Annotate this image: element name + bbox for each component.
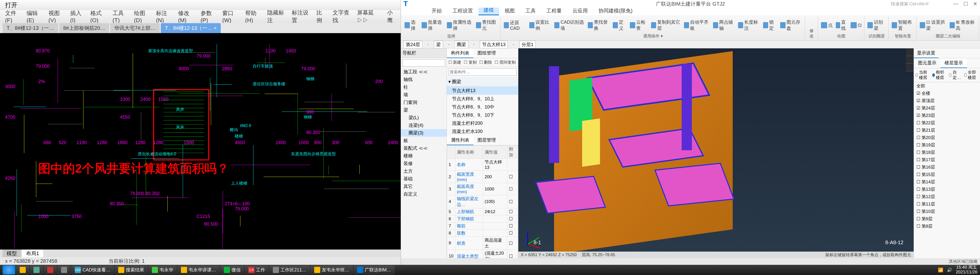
component-item[interactable]: 节点大样8、9、10中 [447,103,518,111]
nav-tree-node[interactable]: 装配式 ≪≪ [401,144,447,152]
props-cell[interactable]: ☐ [507,250,518,258]
nav-tree-node[interactable]: 门窗洞 [401,98,447,106]
floor-checkbox-item[interactable]: ☐ 第20层 [914,134,980,141]
close-icon[interactable]: ✕ [973,1,977,7]
floor-checkbox-item[interactable]: ☐ 第16层 [914,163,980,171]
menu-item[interactable]: 文字查找 [332,9,349,24]
floor-filter-radio[interactable]: 相邻楼层 [932,70,947,81]
nav-tree-node[interactable]: 基础 [401,175,447,183]
props-cell[interactable] [483,223,507,230]
component-tool[interactable]: ☐ 复制 [464,60,476,65]
ribbon-button[interactable]: 直线 [836,19,848,31]
nav-tree-node[interactable]: 连梁(4) [401,122,447,129]
floor-checkbox-item[interactable]: ☐ 第19层 [914,141,980,149]
taskbar-app[interactable]: 微信 [221,266,244,274]
component-tab[interactable]: 图纸管理 [473,48,500,58]
component-item[interactable]: 节点大样8、9、10下 [447,111,518,119]
taskbar-app[interactable] [44,266,57,274]
floor-checkbox-item[interactable]: ☐ 第10层 [914,208,980,215]
component-tool[interactable]: ☐ 新建 [449,60,461,65]
floor-checkbox-item[interactable]: ☐ 第15层 [914,171,980,178]
ribbon-button[interactable]: 设置比例 [529,19,551,31]
ribbon-button[interactable]: 批量选择 [422,19,444,31]
nav-tree-node[interactable]: 柱 [401,83,447,91]
tray-clock[interactable]: 15:40 周五 2021/11/26 [956,265,977,275]
nav-tree-node[interactable]: 施工段 ≪≪ [401,68,447,76]
ribbon-button[interactable]: 锁定 [763,19,777,31]
nav-tree-node[interactable]: 墙 [401,91,447,98]
floor-checkbox-item[interactable]: ☐ 第9层 [914,215,980,223]
ribbon-button[interactable]: 按属性选择 [447,19,473,31]
floor-checkbox-item[interactable]: ☐ 第17层 [914,156,980,163]
ribbon-tab[interactable]: 视图 [500,6,520,15]
ribbon-tab[interactable]: 协同建模(限免) [593,6,638,15]
menu-item[interactable]: 隐藏标注 [267,9,284,24]
nav-tree-node[interactable]: 土方 [401,167,447,175]
props-cell[interactable]: 节点大样13 [483,159,507,171]
menu-item[interactable]: 标注设置 [292,9,309,24]
minimize-icon[interactable]: — [953,1,958,7]
ribbon-button[interactable]: 长度标注 [738,19,760,31]
ribbon-button[interactable]: 识别梁 [867,19,886,31]
nav-tree-node[interactable]: 其它 [401,183,447,190]
taskbar-app[interactable]: 搜索结果 [115,266,148,274]
floor-filter-radio[interactable]: 全部楼层 [964,70,978,81]
ribbon-button[interactable]: ⊡ 设置拱梁 [920,19,946,31]
props-cell[interactable] [483,230,507,237]
floor-checkbox-item[interactable]: ☑ 屋顶层 [914,97,980,104]
floor-checkbox-item[interactable]: ☐ 第13层 [914,186,980,193]
menu-item[interactable]: 小鹰 [387,9,396,24]
ribbon-tab[interactable]: 工程设置 [447,6,478,15]
floor-checkbox-item[interactable]: 全部 [914,82,980,90]
display-tab[interactable]: 显示设置 [914,48,939,58]
floor-select[interactable]: 第24层 [404,41,422,48]
floor-filter-radio[interactable]: 自定… [949,70,962,81]
start-button[interactable] [3,266,15,275]
ribbon-button[interactable]: 智能布置 [892,19,914,31]
display-subtab[interactable]: 图元显示 [914,58,940,68]
props-cell[interactable]: 2Φ12 [483,208,507,215]
nav-tree-node[interactable]: 装修 [401,160,447,167]
floor-checkbox-item[interactable]: ☑ 第23层 [914,112,980,119]
ribbon-button[interactable]: 云检查 [630,19,648,31]
menu-item[interactable]: 绘图(D) [134,9,148,24]
search-hint[interactable]: 快速搜索 Ctrl+Alt+F [891,1,929,7]
subcategory-select[interactable]: 圈梁 [455,41,468,48]
props-tab[interactable]: 图层管理 [473,136,500,145]
file-tab[interactable]: 8#上部板钢筋20… [59,23,110,33]
3d-viewport[interactable]: 8-1 8-A8-12 X = 6351 Y = 24932 Z = 75250… [518,48,914,258]
ribbon-tab[interactable]: 工程量 [541,6,567,15]
props-cell[interactable]: ☐ [507,237,518,250]
component-item[interactable]: 节点大样13 [447,87,518,95]
file-tab[interactable]: T、8#楼12-13（一… × [161,23,221,33]
props-cell[interactable]: ☐ [507,208,518,215]
floor-checkbox-item[interactable]: ☑ 全楼 [914,90,980,97]
props-cell[interactable] [483,215,507,223]
ribbon-button[interactable]: 点 [821,22,833,28]
ribbon-button[interactable]: 还原CAD [504,20,526,31]
axis-widget[interactable] [523,230,544,251]
vp-tool-3[interactable] [906,64,914,71]
taskbar-app[interactable] [58,266,70,274]
props-cell[interactable] [507,159,518,171]
layout-tab[interactable]: 布局1 [22,250,43,258]
menu-item[interactable]: 窗口(W) [222,9,238,24]
props-cell[interactable]: ☐ [507,215,518,223]
ribbon-button[interactable]: 查找图元 [476,19,498,31]
category-select[interactable]: 梁 [434,41,443,48]
floor-checkbox-item[interactable]: ☐ 第18层 [914,149,980,156]
menu-item[interactable]: 修改(M) [178,9,193,24]
floor-checkbox-item[interactable]: ☐ 第8层 [914,223,980,230]
layer-select[interactable]: 分层1 [519,41,536,48]
taskbar-app[interactable]: 韦永华 [148,266,177,274]
taskbar-app[interactable]: CADCAD快速看… [72,266,114,274]
menu-item[interactable]: 屏幕延 ▷▷ [357,9,380,24]
nav-tree-node[interactable]: 梁 [401,106,447,114]
display-subtab[interactable]: 楼层显示 [940,58,967,68]
floor-checkbox-item[interactable]: ☐ 第21层 [914,126,980,134]
props-cell[interactable]: ☐ [507,195,518,208]
layout-tab[interactable]: 模型 [3,250,21,258]
nav-tree-node[interactable]: 楼梯 [401,152,447,160]
vp-tool-2[interactable] [906,56,914,64]
file-tab[interactable]: 华讯大宅7#上部… [110,23,160,33]
